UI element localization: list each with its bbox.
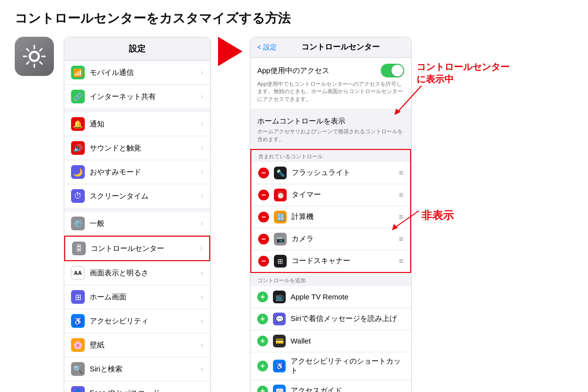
control-row-flashlight[interactable]: − 🔦 フラッシュライト ≡ — [251, 162, 410, 184]
add-row-accessibility-shortcut[interactable]: + ♿ アクセシビリティのショートカット — [250, 352, 411, 380]
drag-handle-flashlight[interactable]: ≡ — [399, 169, 403, 177]
chevron-icon: › — [201, 365, 203, 373]
settings-row-accessibility[interactable]: ♿ アクセシビリティ › — [64, 309, 210, 333]
notifications-icon: 🔔 — [71, 117, 85, 131]
faceid-label: Face IDとパスコード — [90, 389, 201, 392]
plus-wallet-button[interactable]: + — [257, 336, 268, 346]
svg-line-6 — [27, 49, 29, 51]
back-button[interactable]: < 設定 — [257, 43, 277, 52]
minus-camera-button[interactable]: − — [258, 234, 269, 245]
screentime-icon: ⏱ — [71, 189, 85, 203]
add-row-siri-messages[interactable]: + 💬 Siriで着信メッセージを読み上げ — [250, 308, 411, 330]
settings-row-screentime[interactable]: ⏱ スクリーンタイム › — [64, 184, 210, 208]
minus-calculator-button[interactable]: − — [258, 212, 269, 222]
access-toggle-description: App使用中でもコントロールセンターへのアクセスを許可します。無効のときも、ホー… — [257, 80, 404, 103]
camera-icon: 📷 — [274, 233, 287, 245]
settings-row-donotdisturb[interactable]: 🌙 おやすみモード › — [64, 160, 210, 184]
access-toggle-switch[interactable] — [381, 64, 404, 77]
minus-codescanner-button[interactable]: − — [258, 256, 269, 267]
settings-row-wallpaper[interactable]: 🌸 壁紙 › — [64, 333, 210, 357]
nav-title: コントロールセンター — [277, 42, 404, 52]
included-controls-section: 含まれているコントロール − 🔦 フラッシュライト ≡ − ⏰ タイマー ≡ −… — [250, 149, 411, 273]
mobile-icon: 📶 — [71, 66, 85, 79]
add-controls-list: + 📺 Apple TV Remote + 💬 Siriで着信メッセージを読み上… — [250, 286, 411, 392]
settings-group-notifications: 🔔 通知 › 🔊 サウンドと触覚 › 🌙 おやすみモード › ⏱ スクリーンタイ… — [64, 108, 210, 208]
control-row-camera[interactable]: − 📷 カメラ ≡ — [251, 228, 410, 250]
timer-label: タイマー — [292, 190, 399, 199]
settings-panel-header: 設定 — [64, 37, 210, 61]
settings-row-hotspot[interactable]: 🔗 インターネット共有 › — [64, 85, 210, 108]
annotation-hidden: 非表示 — [421, 208, 454, 223]
drag-handle-camera[interactable]: ≡ — [399, 235, 403, 244]
plus-siri-messages-button[interactable]: + — [257, 314, 268, 324]
access-toggle-section: App使用中のアクセス App使用中でもコントロールセンターへのアクセスを許可し… — [250, 58, 411, 113]
chevron-icon: › — [201, 168, 203, 176]
plus-accessibility-shortcut-button[interactable]: + — [257, 361, 268, 371]
drag-handle-timer[interactable]: ≡ — [399, 191, 403, 199]
add-row-wallet[interactable]: + 💳 Wallet — [250, 330, 411, 352]
home-controls-section: ホームコントロールを表示 ホームアクセサリおよびシーンで推奨されるコントロールを… — [250, 113, 411, 149]
chevron-icon: › — [201, 389, 203, 392]
controlcenter-icon: 🎛 — [72, 242, 86, 255]
home-controls-title: ホームコントロールを表示 — [257, 117, 404, 126]
annotation-hidden-text: 非表示 — [421, 209, 454, 221]
camera-label: カメラ — [292, 234, 399, 244]
control-row-calculator[interactable]: − 🔢 計算機 ≡ — [251, 206, 410, 228]
drag-handle-codescanner[interactable]: ≡ — [399, 257, 403, 266]
settings-row-mobile[interactable]: 📶 モバイル通信 › — [64, 61, 210, 85]
annotations-overlay: コントロールセンターに表示中 非表示 — [412, 37, 519, 380]
toggle-knob — [392, 65, 403, 76]
accessibility-shortcut-label: アクセシビリティのショートカット — [291, 357, 404, 375]
controlcenter-label: コントロールセンター — [91, 244, 200, 253]
chevron-icon: › — [201, 269, 203, 277]
settings-row-homescreen[interactable]: ⊞ ホーム画面 › — [64, 285, 210, 309]
settings-row-sounds[interactable]: 🔊 サウンドと触覚 › — [64, 136, 210, 160]
annotation-control-center: コントロールセンターに表示中 — [416, 61, 510, 85]
add-row-guided-access[interactable]: + 📖 アクセスガイド — [250, 380, 411, 392]
settings-row-controlcenter[interactable]: 🎛 コントロールセンター › — [64, 236, 210, 261]
settings-row-general[interactable]: ⚙️ 一般 › — [64, 212, 210, 236]
plus-appletv-button[interactable]: + — [257, 292, 268, 302]
wallpaper-label: 壁紙 — [90, 341, 201, 350]
chevron-icon: › — [201, 341, 203, 349]
codescanner-label: コードスキャナー — [292, 256, 399, 266]
access-toggle-label: App使用中のアクセス — [257, 66, 329, 75]
control-center-panel: < 設定 コントロールセンター App使用中のアクセス App使用中でもコントロ… — [250, 37, 412, 392]
guided-access-icon: 📖 — [273, 385, 286, 392]
chevron-icon: › — [201, 219, 203, 228]
minus-flashlight-button[interactable]: − — [258, 168, 269, 178]
settings-group-network: 📶 モバイル通信 › 🔗 インターネット共有 › — [64, 61, 210, 108]
settings-row-display[interactable]: AA 画面表示と明るさ › — [64, 261, 210, 285]
accessibility-icon: ♿ — [71, 314, 85, 328]
chevron-icon: › — [200, 244, 202, 253]
settings-row-faceid[interactable]: 👤 Face IDとパスコード › — [64, 381, 210, 392]
siri-messages-label: Siriで着信メッセージを読み上げ — [291, 314, 404, 323]
accessibility-shortcut-icon: ♿ — [273, 360, 286, 372]
svg-point-10 — [30, 52, 38, 60]
svg-line-7 — [40, 62, 42, 64]
sounds-label: サウンドと触覚 — [90, 144, 201, 153]
add-row-appletv[interactable]: + 📺 Apple TV Remote — [250, 286, 411, 308]
settings-row-siri[interactable]: 🔍 Siriと検索 › — [64, 357, 210, 381]
faceid-icon: 👤 — [71, 386, 85, 392]
home-controls-desc: ホームアクセサリおよびシーンで推奨されるコントロールを含めます。 — [257, 128, 404, 143]
settings-panel: 設定 📶 モバイル通信 › 🔗 インターネット共有 › 🔔 — [64, 37, 211, 392]
settings-row-notifications[interactable]: 🔔 通知 › — [64, 112, 210, 136]
wallet-label: Wallet — [291, 337, 404, 345]
hotspot-icon: 🔗 — [71, 90, 85, 103]
minus-timer-button[interactable]: − — [258, 190, 269, 200]
plus-guided-access-button[interactable]: + — [257, 386, 268, 392]
display-icon: AA — [71, 266, 85, 280]
sounds-icon: 🔊 — [71, 141, 85, 155]
general-icon: ⚙️ — [71, 217, 85, 230]
appletv-icon: 📺 — [273, 291, 286, 303]
control-row-timer[interactable]: − ⏰ タイマー ≡ — [251, 184, 410, 206]
add-controls-header: コントロールを追加 — [250, 273, 411, 286]
svg-line-9 — [27, 62, 29, 64]
drag-handle-calculator[interactable]: ≡ — [399, 213, 403, 221]
red-arrow-icon — [218, 37, 243, 66]
control-row-codescanner[interactable]: − ⊞ コードスキャナー ≡ — [251, 250, 410, 272]
chevron-icon: › — [201, 144, 203, 152]
chevron-icon: › — [201, 120, 203, 128]
donotdisturb-label: おやすみモード — [90, 168, 201, 177]
